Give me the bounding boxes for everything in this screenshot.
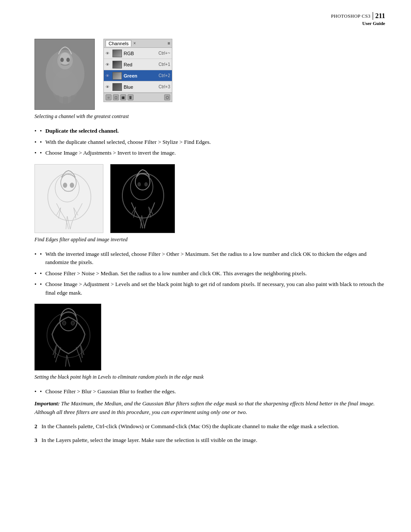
step3-paragraph: 3 In the Layers palette, select the imag… [34,436,385,445]
bullet1-marker2: • [40,138,42,146]
channel-icon2[interactable]: ◻ [113,94,119,100]
eye-icon-blue: 👁 [106,85,111,89]
figure1-block: Channels × ≡ 👁 RGB Ctrl+~ 👁 Red [34,39,385,110]
bullet2-marker2: • [40,269,42,278]
bullet1-text3: Choose Image > Adjustments > Invert to i… [45,149,176,157]
channel-shortcut-blue: Ctrl+3 [159,84,170,89]
channels-close-icon[interactable]: × [133,41,136,46]
channels-menu-icon[interactable]: ≡ [168,41,170,46]
svg-point-16 [70,183,74,188]
channel-name-green: Green [124,73,157,78]
channel-icon3[interactable]: ▦ [120,94,126,100]
channel-icon1[interactable]: ○ [106,94,112,100]
bullet1-item2: • With the duplicate channel selected, c… [34,138,385,146]
channels-title-left: Channels × [106,40,136,47]
bullet2-marker3: • [40,280,42,297]
bullet1-marker3: • [40,149,42,157]
step3-text: In the Layers palette, select the image … [41,437,257,443]
channel-thumb-red [112,61,122,68]
eye-icon-green: 👁 [106,74,111,78]
content-area: Channels × ≡ 👁 RGB Ctrl+~ 👁 Red [34,39,385,444]
bullets1-list: • Duplicate the selected channel. • With… [34,127,385,157]
svg-point-21 [137,182,141,187]
channels-footer: ○ ◻ ▦ 🗑 ⬡ [104,93,172,102]
eye-icon-red: 👁 [106,62,111,67]
bullet1-item1: • Duplicate the selected channel. [34,127,385,135]
bullets3-list: • Choose Filter > Blur > Gaussian Blur t… [34,387,385,396]
channel-row-green[interactable]: 👁 Green Ctrl+2 [104,70,172,81]
svg-rect-10 [71,95,76,108]
bullet1-text1: Duplicate the selected channel. [45,127,118,135]
svg-point-27 [71,321,75,325]
channels-title-bar: Channels × ≡ [104,39,172,48]
channel-name-blue: Blue [124,84,157,90]
channel-scroll-icon: ⬡ [164,94,170,100]
bullet1-text2: With the duplicate channel selected, cho… [45,138,211,146]
bullet2-text1: With the inverted image still selected, … [45,250,385,267]
user-guide-label: User Guide [362,21,385,26]
important-note: Important: The Maximum, the Median, and … [34,399,385,417]
page-number: 211 [375,12,385,19]
svg-point-5 [60,58,64,62]
page-header: PHOTOSHOP CS3 211 User Guide [331,12,385,27]
step2-number: 2 [34,423,37,429]
bullets2-list: • With the inverted image still selected… [34,250,385,297]
svg-point-22 [144,182,148,187]
step3-number: 3 [34,437,37,443]
channel-shortcut-red: Ctrl+1 [159,62,170,67]
svg-rect-8 [54,95,59,108]
channel-name-rgb: RGB [124,51,157,56]
figure2-caption: Find Edges filter applied and image inve… [34,236,385,243]
step2-text: In the Channels palette, Ctrl-click (Win… [41,423,339,429]
goat-photo [34,39,95,110]
channel-icon4[interactable]: 🗑 [128,94,134,100]
figure1-caption: Selecting a channel with the greatest co… [34,113,385,120]
bullet2-text2: Choose Filter > Noise > Median. Set the … [45,269,307,278]
bullet2-item3: • Choose Image > Adjustment > Levels and… [34,280,385,297]
bullet3-marker1: • [40,387,42,396]
bullet1-item3: • Choose Image > Adjustments > Invert to… [34,149,385,157]
channel-thumb-blue [112,83,122,91]
bullet3-text1: Choose Filter > Blur > Gaussian Blur to … [45,387,176,396]
eye-icon-rgb: 👁 [106,51,111,56]
bullet2-text3: Choose Image > Adjustment > Levels and s… [45,280,385,297]
svg-rect-9 [63,96,68,108]
figure3-caption: Setting the black point high in Levels t… [34,374,385,380]
page: PHOTOSHOP CS3 211 User Guide [0,0,411,532]
channel-shortcut-green: Ctrl+2 [159,73,170,78]
important-text: The Maximum, the Median, and the Gaussia… [34,400,375,416]
bullet2-item1: • With the inverted image still selected… [34,250,385,267]
channels-panel: Channels × ≡ 👁 RGB Ctrl+~ 👁 Red [103,39,172,102]
bullet3-item1: • Choose Filter > Blur > Gaussian Blur t… [34,387,385,396]
sketch-image [34,164,103,233]
figure3-image [34,304,101,370]
svg-point-6 [66,58,70,62]
bullet2-marker1: • [40,250,42,267]
channel-shortcut-rgb: Ctrl+~ [159,51,170,56]
product-label: PHOTOSHOP CS3 [331,13,371,19]
step2-paragraph: 2 In the Channels palette, Ctrl-click (W… [34,422,385,431]
channel-row-blue[interactable]: 👁 Blue Ctrl+3 [104,81,172,93]
header-divider [373,12,373,20]
channel-thumb-rgb [112,50,122,57]
channel-name-red: Red [124,62,157,67]
svg-point-15 [63,183,67,188]
channels-tab[interactable]: Channels [106,40,131,47]
svg-point-26 [62,321,66,325]
channel-thumb-green [112,72,122,80]
important-label: Important: [34,400,60,407]
channel-row-red[interactable]: 👁 Red Ctrl+1 [104,59,172,70]
bullet2-item2: • Choose Filter > Noise > Median. Set th… [34,269,385,278]
figure2-block [34,164,385,233]
svg-rect-17 [111,165,175,233]
dark-image [110,164,175,233]
channel-row-rgb[interactable]: 👁 RGB Ctrl+~ [104,48,172,59]
bullet1-marker1: • [40,127,42,135]
